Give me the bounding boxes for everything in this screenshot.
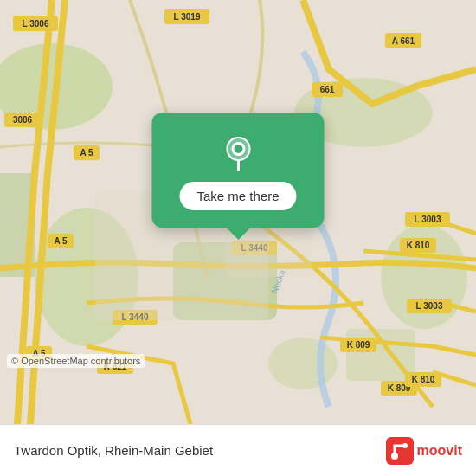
svg-point-48 <box>234 145 242 153</box>
svg-rect-50 <box>386 437 414 465</box>
svg-text:K 810: K 810 <box>407 241 430 250</box>
moovit-text: moovit <box>417 443 462 459</box>
svg-text:L 3003: L 3003 <box>415 215 441 224</box>
svg-text:K 810: K 810 <box>412 375 435 384</box>
svg-text:L 3019: L 3019 <box>174 12 201 22</box>
svg-text:A 5: A 5 <box>54 236 68 246</box>
svg-text:L 3006: L 3006 <box>23 19 49 29</box>
svg-point-7 <box>268 338 338 389</box>
moovit-icon <box>386 437 414 465</box>
moovit-logo[interactable]: moovit <box>386 437 462 465</box>
svg-text:K 809: K 809 <box>347 340 370 350</box>
svg-text:661: 661 <box>320 85 335 94</box>
popup-card: Take me there <box>151 113 324 228</box>
map-container[interactable]: L 3006 L 3019 A 661 661 3006 A 5 A 5 A 5… <box>0 0 476 424</box>
copyright-text: © OpenStreetMap contributors <box>7 354 145 368</box>
svg-text:3006: 3006 <box>13 115 33 125</box>
place-name: Twardon Optik, Rhein-Main Gebiet <box>14 443 386 458</box>
svg-text:A 5: A 5 <box>80 148 93 158</box>
take-me-there-button[interactable]: Take me there <box>179 182 296 210</box>
location-pin-icon <box>219 133 257 171</box>
svg-text:A 661: A 661 <box>392 36 415 46</box>
svg-point-52 <box>402 443 408 448</box>
svg-text:L 3003: L 3003 <box>416 301 443 311</box>
bottom-bar: Twardon Optik, Rhein-Main Gebiet moovit <box>0 424 476 476</box>
